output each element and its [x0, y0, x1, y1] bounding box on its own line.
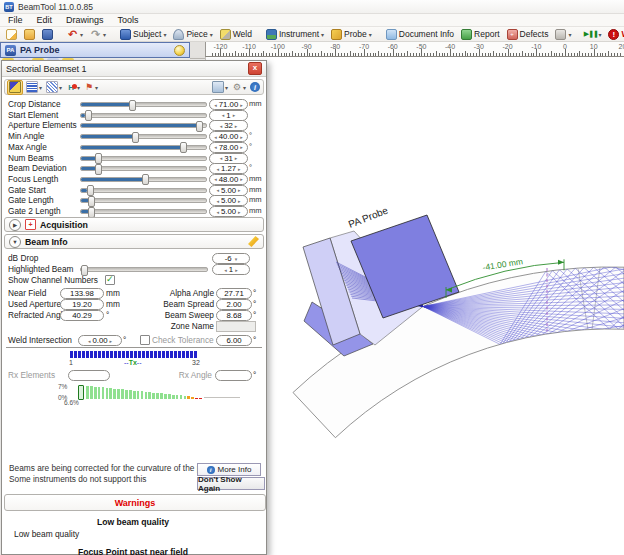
lightbulb-icon[interactable] — [174, 45, 185, 56]
slider-thumb[interactable] — [88, 207, 95, 218]
toolbar-open-folder-button[interactable] — [22, 28, 37, 41]
beamset-info-button[interactable]: i — [249, 81, 261, 94]
value-spinner[interactable]: ◂1.27▸ — [209, 163, 248, 174]
toolbar-instrument-button[interactable]: Instrument▾ — [264, 28, 326, 41]
sectorial-beamset-panel[interactable]: Sectorial Beamset 1 x ▾▾H▾⚑▾▾⚙▾i Crop Di… — [1, 60, 267, 555]
value-spinner[interactable]: ◂5.00▸ — [209, 185, 248, 196]
toolbar-save-button[interactable] — [40, 28, 55, 41]
weld-intersection-spinner[interactable]: ◂0.00▸ — [78, 335, 122, 346]
slider-track[interactable] — [80, 134, 207, 139]
slider-track[interactable] — [80, 145, 207, 150]
rx-elements-field[interactable] — [68, 370, 110, 381]
slider-row-beam-deviation: Beam Deviation ◂1.27▸ ° — [2, 163, 264, 173]
tx-segment — [158, 351, 161, 358]
menu-tools[interactable]: Tools — [118, 15, 139, 25]
toolbar-report-button[interactable]: Report — [459, 28, 502, 41]
rx-angle-field[interactable] — [215, 370, 252, 381]
chevron-down-icon[interactable]: ▾ — [210, 31, 213, 38]
beamset-panel-header[interactable]: Sectorial Beamset 1 x — [2, 61, 266, 77]
toolbar-doc-info-button[interactable]: Document Info — [384, 28, 456, 41]
toolbar-new-file-button[interactable] — [4, 28, 19, 41]
beamset-display-button[interactable]: ▾ — [211, 81, 229, 94]
value-spinner[interactable]: ◂5.00▸ — [209, 195, 248, 206]
check-tolerance-checkbox[interactable] — [140, 335, 150, 345]
toolbar-defects-button[interactable]: +Defects — [505, 28, 551, 41]
value-spinner[interactable]: ◂40.00▸ — [209, 131, 248, 142]
value-spinner[interactable]: ◂48.00▸ — [209, 174, 248, 185]
value-spinner[interactable]: ◂1▸ — [209, 110, 248, 121]
pa-probe-panel-header[interactable]: PA PA Probe — [0, 42, 190, 58]
value-spinner[interactable]: ◂5.00▸ — [209, 206, 248, 217]
slider-track[interactable] — [80, 123, 207, 128]
expander-collapsed-icon[interactable]: ▶ — [9, 219, 21, 231]
ruler-tick — [574, 53, 575, 56]
toolbar-redo-button[interactable]: ↷▾ — [88, 28, 108, 41]
chart-bar — [195, 398, 198, 399]
chevron-down-icon[interactable]: ▾ — [568, 31, 571, 38]
close-icon[interactable]: x — [248, 62, 262, 75]
chevron-down-icon[interactable]: ▾ — [77, 84, 80, 91]
slider-track[interactable] — [80, 198, 207, 203]
highlighted-beam-spinner[interactable]: ◂1▸ — [212, 264, 250, 275]
slider-thumb[interactable] — [81, 265, 88, 276]
acquisition-label: Acquisition — [40, 220, 88, 230]
beamset-flag-button[interactable]: ⚑▾ — [83, 81, 99, 94]
slider-track[interactable] — [80, 209, 207, 214]
value-spinner[interactable]: ◂71.00▸ — [209, 99, 248, 110]
chevron-down-icon[interactable]: ▾ — [80, 31, 83, 38]
slider-track[interactable] — [80, 166, 207, 171]
toolbar-weld-button[interactable]: Weld — [218, 28, 254, 41]
section-beam-info[interactable]: ▼ Beam Info — [4, 234, 264, 249]
toolbar-image-button[interactable]: ▾ — [553, 28, 573, 41]
chevron-down-icon[interactable]: ▾ — [59, 84, 62, 91]
chevron-down-icon[interactable]: ▾ — [225, 84, 228, 91]
value-spinner[interactable]: ◂32▸ — [209, 120, 248, 131]
chevron-down-icon[interactable]: ▾ — [39, 84, 42, 91]
toolbar-probe-button[interactable]: Probe▾ — [329, 28, 374, 41]
beamset-gate-button[interactable]: H▾ — [65, 81, 81, 94]
ruler-tick — [272, 53, 273, 56]
highlighter-icon[interactable] — [248, 236, 259, 247]
slider-track[interactable] — [80, 102, 207, 107]
zone-name-input[interactable] — [216, 321, 256, 332]
chart-bar — [176, 395, 179, 399]
ruler-tick — [430, 53, 431, 56]
ruler-tick — [301, 53, 302, 56]
expander-expanded-icon[interactable]: ▼ — [9, 236, 21, 248]
toolbar-subject-button[interactable]: Subject▾ — [118, 28, 168, 41]
chevron-down-icon[interactable]: ▾ — [321, 31, 324, 38]
beamset-beam-dots-button[interactable]: ▾ — [45, 81, 63, 94]
toolbar-undo-button[interactable]: ↶▾ — [65, 28, 85, 41]
value-spinner[interactable]: ◂31▸ — [209, 153, 248, 164]
menu-drawings[interactable]: Drawings — [66, 15, 104, 25]
ruler-tick — [528, 53, 529, 56]
section-acquisition[interactable]: ▶ + Acquisition — [4, 217, 264, 232]
db-drop-spinner[interactable]: -6▾ — [212, 253, 250, 264]
dont-show-again-button[interactable]: Don't Show Again — [197, 477, 265, 490]
ruler-tick — [238, 53, 239, 56]
slider-track[interactable] — [80, 177, 207, 182]
ruler-tick — [390, 53, 391, 56]
menu-file[interactable]: File — [8, 15, 23, 25]
beamset-beam-lines-button[interactable]: ▾ — [25, 81, 43, 94]
value-spinner[interactable]: ◂78.00▸ — [209, 142, 248, 153]
chevron-down-icon[interactable]: ▾ — [243, 84, 246, 91]
slider-track[interactable] — [80, 156, 207, 161]
beamset-beamset-wedge-button[interactable] — [7, 80, 23, 95]
slider-track[interactable] — [80, 113, 207, 118]
chevron-down-icon[interactable]: ▾ — [163, 31, 166, 38]
chart-handle[interactable] — [78, 385, 84, 400]
show-channel-numbers-checkbox[interactable] — [105, 275, 115, 285]
toolbar-warning-button[interactable]: !Warnings (2)▾ — [606, 28, 624, 41]
chevron-down-icon[interactable]: ▾ — [103, 31, 106, 38]
beamset-gear-button[interactable]: ⚙▾ — [231, 81, 247, 94]
menu-edit[interactable]: Edit — [37, 15, 53, 25]
chevron-down-icon[interactable]: ▾ — [598, 31, 601, 38]
chevron-down-icon[interactable]: ▾ — [95, 84, 98, 91]
drawing-canvas[interactable] — [205, 57, 624, 555]
ruler-tick — [286, 53, 287, 56]
toolbar-piece-button[interactable]: Piece▾ — [171, 28, 214, 41]
slider-track[interactable] — [80, 188, 207, 193]
chevron-down-icon[interactable]: ▾ — [369, 31, 372, 38]
toolbar-play-pause-button[interactable]: ▶❚❚▾ — [583, 28, 603, 41]
